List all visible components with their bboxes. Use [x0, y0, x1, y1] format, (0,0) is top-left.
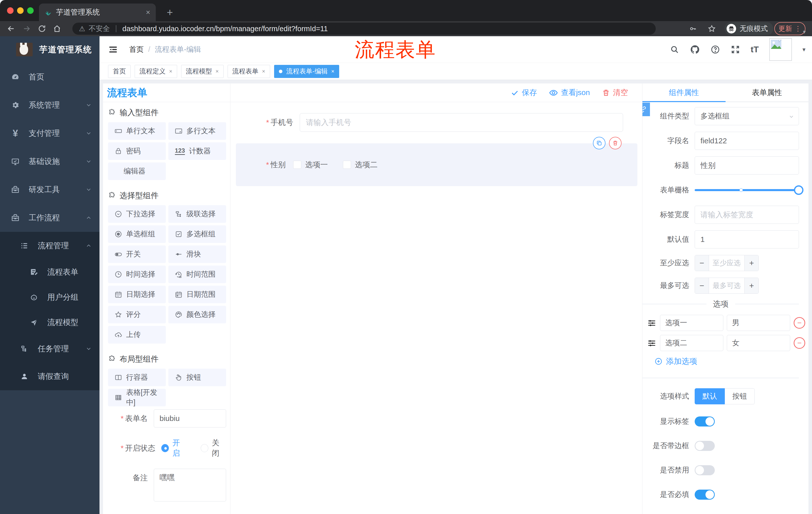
- checkbox-option-2[interactable]: 选项二: [343, 160, 378, 170]
- checkbox-box[interactable]: [343, 161, 351, 169]
- canvas-field-gender-selected[interactable]: 性别 选项一 选项二: [236, 143, 637, 186]
- sidebar-item-process-form[interactable]: 流程表单: [0, 260, 99, 285]
- sidebar-logo-row[interactable]: 芋道管理系统: [0, 36, 99, 63]
- stepper-increase-button[interactable]: +: [745, 278, 758, 294]
- default-value-input[interactable]: [695, 231, 799, 248]
- browser-menu-icon[interactable]: ⋮: [795, 25, 802, 33]
- component-chip-date-picker[interactable]: 日期选择: [108, 286, 166, 303]
- component-chip-row-container[interactable]: 行容器: [108, 369, 166, 386]
- component-chip-editor[interactable]: 编辑器: [108, 162, 166, 180]
- tag-close-icon[interactable]: ×: [262, 68, 265, 75]
- min-select-input[interactable]: [709, 255, 745, 271]
- disabled-toggle[interactable]: [695, 465, 715, 475]
- component-chip-select[interactable]: 下拉选择: [108, 205, 166, 223]
- option-value-input[interactable]: [727, 315, 790, 331]
- copy-field-button[interactable]: [593, 137, 606, 150]
- breadcrumb-home[interactable]: 首页: [129, 45, 144, 55]
- sidebar-item-infra[interactable]: 基础设施: [0, 147, 99, 175]
- delete-field-button[interactable]: [609, 137, 621, 150]
- component-chip-single-text[interactable]: 单行文本: [108, 122, 166, 140]
- component-chip-table[interactable]: 表格[开发中]: [108, 389, 166, 406]
- back-button[interactable]: [6, 24, 16, 33]
- component-chip-radio-group[interactable]: 单选框组: [108, 225, 166, 243]
- link-drawer-button[interactable]: [642, 103, 650, 116]
- label-width-input[interactable]: [695, 206, 799, 224]
- forward-button[interactable]: [22, 24, 31, 33]
- status-radio-off[interactable]: 关闭: [201, 438, 226, 458]
- tag-close-icon[interactable]: ×: [331, 68, 335, 75]
- reload-button[interactable]: [38, 24, 46, 33]
- remove-option-button[interactable]: −: [794, 317, 805, 329]
- option-label-input[interactable]: [660, 335, 723, 351]
- style-default-button[interactable]: 默认: [695, 388, 725, 404]
- stepper-increase-button[interactable]: +: [745, 255, 758, 271]
- sidebar-item-system[interactable]: 系统管理: [0, 91, 99, 119]
- add-option-button[interactable]: 添加选项: [655, 356, 799, 367]
- option-label-input[interactable]: [660, 315, 723, 331]
- tag-process-definition[interactable]: 流程定义×: [135, 65, 177, 78]
- sidebar-item-home[interactable]: 首页: [0, 63, 99, 91]
- stepper-decrease-button[interactable]: −: [695, 278, 709, 294]
- search-icon[interactable]: [670, 45, 679, 54]
- view-json-button[interactable]: 查看json: [549, 87, 590, 98]
- title-input[interactable]: [695, 156, 799, 174]
- sidebar-item-process-manage[interactable]: 流程管理: [0, 232, 99, 260]
- tab-component-props[interactable]: 组件属性: [642, 83, 726, 102]
- window-close-button[interactable]: [7, 7, 13, 14]
- tag-home[interactable]: 首页: [108, 65, 130, 78]
- sidebar-item-process-model[interactable]: 流程模型: [0, 310, 99, 335]
- form-name-input[interactable]: [154, 409, 226, 428]
- component-chip-color-picker[interactable]: 颜色选择: [168, 306, 226, 323]
- remark-textarea[interactable]: 嘿嘿: [154, 469, 226, 502]
- window-minimize-button[interactable]: [17, 7, 24, 14]
- canvas-field-phone[interactable]: 手机号: [261, 113, 623, 132]
- border-toggle[interactable]: [695, 441, 715, 451]
- tag-process-form-edit[interactable]: 流程表单-编辑×: [274, 65, 340, 78]
- tag-process-form[interactable]: 流程表单×: [228, 65, 270, 78]
- component-chip-counter[interactable]: 123计数器: [168, 142, 226, 160]
- required-toggle[interactable]: [695, 490, 715, 500]
- component-chip-slider[interactable]: 滑块: [168, 245, 226, 263]
- component-chip-button[interactable]: 按钮: [168, 369, 226, 386]
- status-radio-on[interactable]: 开启: [161, 438, 187, 458]
- component-chip-switch[interactable]: 开关: [108, 245, 166, 263]
- address-bar[interactable]: ⚠ 不安全 dashboard.yudao.iocoder.cn/bpm/man…: [72, 23, 656, 35]
- help-icon[interactable]: [710, 45, 720, 54]
- component-chip-date-range[interactable]: 日期范围: [168, 286, 226, 303]
- window-zoom-button[interactable]: [27, 7, 34, 14]
- tab-form-props[interactable]: 表单属性: [726, 83, 809, 102]
- checkbox-option-1[interactable]: 选项一: [293, 160, 328, 170]
- sidebar-item-user-group[interactable]: 用户分组: [0, 285, 99, 310]
- phone-input[interactable]: [300, 113, 623, 132]
- field-name-input[interactable]: [695, 132, 799, 150]
- avatar-caret-icon[interactable]: ▾: [803, 46, 806, 53]
- style-button-button[interactable]: 按钮: [725, 388, 755, 404]
- font-size-icon[interactable]: tT: [751, 45, 759, 54]
- sidebar-item-workflow[interactable]: 工作流程: [0, 204, 99, 232]
- stepper-decrease-button[interactable]: −: [695, 255, 709, 271]
- show-label-toggle[interactable]: [695, 416, 715, 427]
- tag-process-model[interactable]: 流程模型×: [181, 65, 224, 78]
- tag-close-icon[interactable]: ×: [169, 68, 172, 75]
- component-chip-time-range[interactable]: 时间范围: [168, 266, 226, 283]
- component-type-select[interactable]: 多选框组: [695, 107, 799, 125]
- component-chip-textarea[interactable]: 多行文本: [168, 122, 226, 140]
- tab-close-icon[interactable]: ×: [146, 8, 150, 17]
- sidebar-item-leave-query[interactable]: 请假查询: [0, 362, 99, 390]
- component-chip-cascader[interactable]: 级联选择: [168, 205, 226, 223]
- component-chip-checkbox-group[interactable]: 多选框组: [168, 225, 226, 243]
- component-chip-time-picker[interactable]: 时间选择: [108, 266, 166, 283]
- fullscreen-icon[interactable]: [731, 45, 740, 54]
- new-tab-button[interactable]: +: [163, 5, 177, 20]
- remove-option-button[interactable]: −: [794, 337, 805, 349]
- clear-button[interactable]: 清空: [602, 87, 628, 98]
- component-chip-upload[interactable]: 上传: [108, 326, 166, 344]
- max-select-input[interactable]: [709, 278, 745, 294]
- sidebar-collapse-icon[interactable]: [108, 45, 118, 55]
- drag-handle-icon[interactable]: [647, 318, 657, 328]
- browser-tab[interactable]: 芋道管理系统 ×: [39, 3, 156, 21]
- bookmark-star-icon[interactable]: [707, 24, 716, 33]
- option-value-input[interactable]: [727, 335, 790, 351]
- drag-handle-icon[interactable]: [647, 338, 657, 348]
- tag-close-icon[interactable]: ×: [215, 68, 219, 75]
